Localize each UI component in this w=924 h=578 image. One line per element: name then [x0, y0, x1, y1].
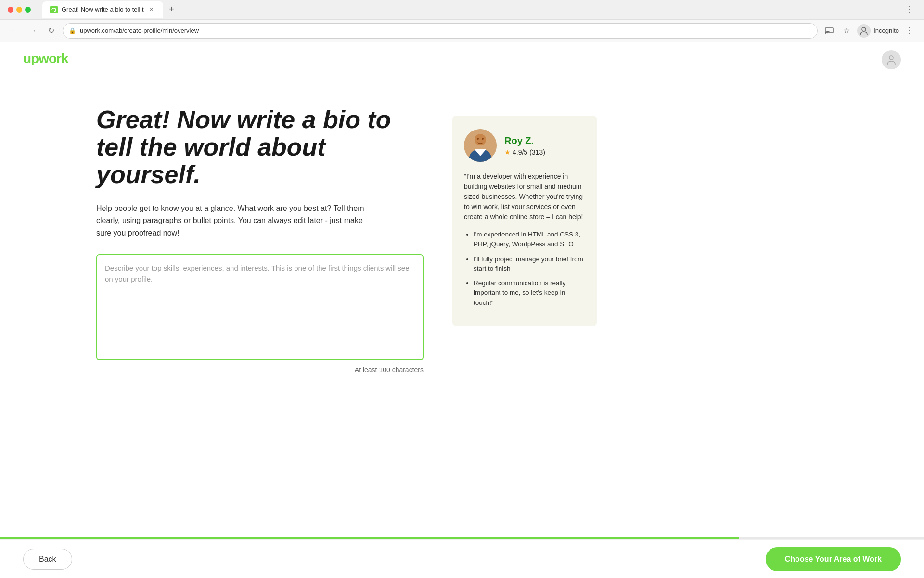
incognito-avatar	[857, 24, 871, 38]
site-header: upwork	[0, 42, 924, 77]
forward-nav-button[interactable]: →	[26, 24, 39, 38]
browser-tabs: Great! Now write a bio to tell t ✕ +	[42, 1, 179, 18]
review-count: (313)	[529, 148, 545, 156]
bullet-2: I'll fully project manage your brief fro…	[474, 254, 585, 274]
svg-rect-0	[51, 6, 57, 13]
rating-value: 4.9/5	[513, 148, 527, 156]
profile-name: Roy Z.	[504, 135, 545, 146]
browser-actions: ☆ Incognito ⋮	[822, 24, 916, 38]
active-tab[interactable]: Great! Now write a bio to tell t ✕	[42, 1, 163, 18]
tab-favicon	[50, 6, 58, 13]
svg-point-2	[825, 33, 826, 34]
close-dot[interactable]	[8, 7, 13, 13]
page-title: Great! Now write a bio to tell the world…	[96, 106, 424, 189]
reload-nav-button[interactable]: ↻	[44, 24, 58, 38]
char-count: At least 100 characters	[96, 366, 424, 374]
svg-point-9	[482, 138, 484, 140]
upwork-logo: upwork	[23, 51, 76, 68]
profile-bullets: I'm experienced in HTML and CSS 3, PHP, …	[464, 230, 585, 308]
more-options-icon[interactable]: ⋮	[903, 3, 916, 16]
minimize-dot[interactable]	[16, 7, 22, 13]
main-area: Great! Now write a bio to tell the world…	[0, 77, 924, 374]
back-nav-button[interactable]: ←	[8, 24, 21, 38]
bio-textarea-wrapper: At least 100 characters	[96, 254, 424, 374]
address-bar[interactable]: 🔒 upwork.com/ab/create-profile/min/overv…	[63, 23, 818, 39]
maximize-dot[interactable]	[25, 7, 31, 13]
tab-label: Great! Now write a bio to tell t	[62, 6, 144, 13]
menu-dots-icon[interactable]: ⋮	[903, 24, 916, 38]
user-avatar[interactable]	[882, 50, 901, 69]
svg-text:upwork: upwork	[23, 51, 69, 65]
profile-info: Roy Z. ★ 4.9/5 (313)	[504, 135, 545, 156]
back-button[interactable]: Back	[23, 549, 72, 570]
bullet-1: I'm experienced in HTML and CSS 3, PHP, …	[474, 230, 585, 250]
profile-header: Roy Z. ★ 4.9/5 (313)	[464, 129, 585, 162]
new-tab-button[interactable]: +	[165, 3, 179, 16]
url-text: upwork.com/ab/create-profile/min/overvie…	[80, 27, 199, 34]
profile-avatar	[464, 129, 497, 162]
bottom-nav: Back Choose Your Area of Work	[0, 539, 924, 578]
svg-point-8	[477, 138, 479, 140]
left-content: Great! Now write a bio to tell the world…	[96, 106, 424, 374]
cast-icon[interactable]	[822, 24, 836, 38]
tab-close-button[interactable]: ✕	[148, 6, 155, 13]
lock-icon: 🔒	[69, 27, 76, 34]
bio-textarea[interactable]	[96, 254, 424, 360]
sidebar-card: Roy Z. ★ 4.9/5 (313) "I'm a developer wi…	[452, 116, 597, 326]
star-bookmark-icon[interactable]: ☆	[840, 24, 853, 38]
browser-toolbar: ← → ↻ 🔒 upwork.com/ab/create-profile/min…	[0, 19, 924, 42]
browser-dots	[8, 7, 31, 13]
profile-rating: ★ 4.9/5 (313)	[504, 148, 545, 156]
incognito-label: Incognito	[873, 27, 899, 34]
svg-point-5	[889, 56, 893, 60]
page-subtitle: Help people get to know you at a glance.…	[96, 202, 366, 239]
star-icon: ★	[504, 148, 511, 156]
incognito-button[interactable]: Incognito	[857, 24, 899, 38]
page-content: upwork Great! Now write a bio to tell th…	[0, 42, 924, 578]
browser-chrome: Great! Now write a bio to tell t ✕ + ⋮ ←…	[0, 0, 924, 42]
profile-bio-text: "I'm a developer with experience in buil…	[464, 171, 585, 222]
browser-titlebar: Great! Now write a bio to tell t ✕ + ⋮	[0, 0, 924, 19]
svg-point-3	[862, 27, 866, 31]
bullet-3: Regular communication is really importan…	[474, 278, 585, 308]
next-button[interactable]: Choose Your Area of Work	[766, 547, 901, 571]
